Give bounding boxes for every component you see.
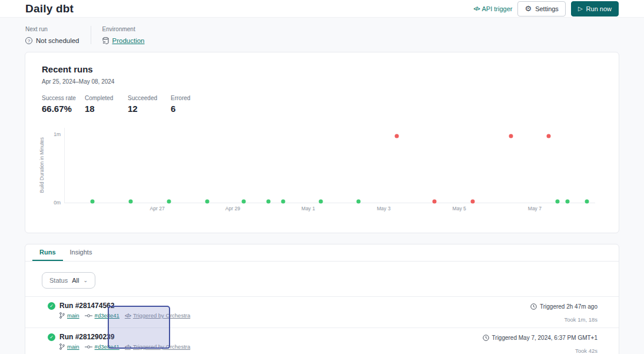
run-row-right: Triggered 2h 47m ago Took 1m, 18s: [530, 302, 597, 323]
run-dot-errored[interactable]: [471, 199, 475, 203]
commit-link[interactable]: #d3e8e41: [85, 343, 119, 350]
x-axis-tick: May 1: [301, 206, 315, 211]
play-icon: ▷: [578, 6, 583, 12]
tab-insights[interactable]: Insights: [63, 244, 99, 261]
x-axis-tick: May 7: [528, 206, 542, 211]
gear-icon: ⚙: [525, 5, 532, 12]
page-title: Daily dbt: [25, 2, 74, 15]
triggered-by-link[interactable]: </> Triggered by Orchestra: [125, 343, 190, 350]
meta-divider: [91, 26, 91, 44]
environment-label: Environment: [102, 26, 145, 32]
status-filter-label: Status: [49, 277, 68, 284]
branch-link[interactable]: main: [59, 312, 79, 319]
status-filter-dropdown[interactable]: Status All ⌄: [42, 272, 95, 289]
run-dot-succeeded[interactable]: [555, 199, 559, 203]
commit-link[interactable]: #d3e8e41: [85, 312, 119, 319]
settings-button[interactable]: ⚙ Settings: [517, 1, 565, 16]
run-row-right: Triggered May 7, 2024, 6:37 PM GMT+1 Too…: [483, 333, 597, 354]
environment-block: Environment Production: [102, 26, 145, 44]
run-now-button[interactable]: ▷ Run now: [571, 1, 619, 16]
run-dot-succeeded[interactable]: [241, 199, 245, 203]
recent-runs-card: Recent runs Apr 25, 2024–May 08, 2024 Su…: [25, 52, 619, 233]
triggered-text: Triggered May 7, 2024, 6:37 PM GMT+1: [492, 335, 597, 341]
run-dot-succeeded[interactable]: [585, 199, 589, 203]
chevron-down-icon: ⌄: [83, 279, 88, 282]
y-axis-tick: 1m: [54, 131, 61, 137]
recent-runs-title: Recent runs: [42, 64, 602, 74]
tabs-bar: Runs Insights: [25, 244, 619, 262]
header-actions: </> API trigger ⚙ Settings ▷ Run now: [473, 1, 619, 16]
x-axis-tick: Apr 29: [225, 206, 240, 211]
run-dot-errored[interactable]: [433, 199, 437, 203]
run-dot-succeeded[interactable]: [319, 199, 323, 203]
question-circle-icon: ?: [25, 37, 32, 44]
code-icon: </>: [125, 313, 131, 319]
environment-link[interactable]: Production: [112, 37, 145, 44]
next-run-block: Next run ? Not scheduled: [25, 26, 79, 44]
stats-row: Success rate 66.67% Completed 18 Succeed…: [42, 95, 602, 114]
x-axis-tick: May 5: [453, 206, 466, 211]
next-run-value: Not scheduled: [36, 37, 79, 44]
run-dot-succeeded[interactable]: [281, 199, 285, 203]
run-dot-succeeded[interactable]: [205, 199, 209, 203]
run-dot-succeeded[interactable]: [356, 199, 360, 203]
git-branch-icon: [59, 312, 65, 319]
git-commit-icon: [85, 313, 92, 318]
status-filter-value: All: [72, 277, 79, 284]
tab-runs[interactable]: Runs: [32, 244, 63, 261]
run-row[interactable]: ✓ Run #281474562 main: [25, 296, 619, 327]
stat-success-rate: Success rate 66.67%: [42, 95, 85, 114]
run-row-left: ✓ Run #281290239 main: [48, 333, 190, 354]
date-range: Apr 25, 2024–May 08, 2024: [42, 78, 602, 85]
took-text: Took 42s: [483, 348, 597, 354]
run-dot-succeeded[interactable]: [91, 199, 95, 203]
branch-link[interactable]: main: [59, 343, 79, 350]
page-header: Daily dbt </> API trigger ⚙ Settings ▷ R…: [0, 0, 644, 18]
build-duration-chart: Build Duration in Minutes 0m1mApr 27Apr …: [25, 127, 619, 216]
run-dot-succeeded[interactable]: [566, 199, 570, 203]
code-icon: </>: [125, 344, 131, 350]
y-axis-tick: 0m: [54, 200, 61, 206]
api-trigger-link[interactable]: </> API trigger: [473, 5, 512, 12]
success-check-icon: ✓: [48, 302, 55, 310]
run-dot-errored[interactable]: [509, 134, 513, 138]
runs-card: Runs Insights Status All ⌄ ✓ Run #281474…: [25, 244, 619, 354]
stat-completed: Completed 18: [85, 95, 128, 114]
database-icon: [102, 37, 109, 44]
clock-icon: [483, 335, 489, 341]
api-trigger-label: API trigger: [482, 5, 513, 12]
took-text: Took 1m, 18s: [530, 316, 597, 323]
x-axis-tick: Apr 27: [150, 206, 165, 211]
stat-succeeded: Succeeded 12: [128, 95, 171, 114]
settings-label: Settings: [535, 5, 559, 12]
y-axis-label: Build Duration in Minutes: [38, 127, 45, 203]
x-axis-tick: May 3: [377, 206, 390, 211]
clock-icon: [530, 303, 537, 310]
code-icon: </>: [473, 6, 479, 12]
git-commit-icon: [85, 345, 92, 349]
run-dot-succeeded[interactable]: [167, 199, 171, 203]
run-now-label: Run now: [586, 5, 612, 12]
git-branch-icon: [59, 343, 65, 350]
success-check-icon: ✓: [48, 333, 55, 341]
run-dot-errored[interactable]: [394, 134, 399, 138]
run-dot-succeeded[interactable]: [267, 199, 271, 203]
next-run-label: Next run: [25, 26, 79, 32]
run-dot-errored[interactable]: [547, 134, 551, 138]
run-row[interactable]: ✓ Run #281290239 main: [25, 327, 619, 354]
run-title: Run #281474562: [59, 302, 114, 310]
job-meta: Next run ? Not scheduled Environment Pro…: [0, 18, 644, 52]
run-row-left: ✓ Run #281474562 main: [48, 302, 190, 323]
stat-errored: Errored 6: [171, 95, 214, 114]
run-title: Run #281290239: [59, 333, 114, 341]
runs-list: ✓ Run #281474562 main: [25, 296, 619, 354]
triggered-text: Triggered 2h 47m ago: [540, 303, 597, 310]
runs-toolbar: Status All ⌄: [25, 262, 619, 289]
triggered-by-link[interactable]: </> Triggered by Orchestra: [125, 312, 190, 319]
run-dot-succeeded[interactable]: [129, 199, 133, 203]
chart-plot: 0m1mApr 27Apr 29May 1May 3May 5May 7: [64, 128, 595, 203]
